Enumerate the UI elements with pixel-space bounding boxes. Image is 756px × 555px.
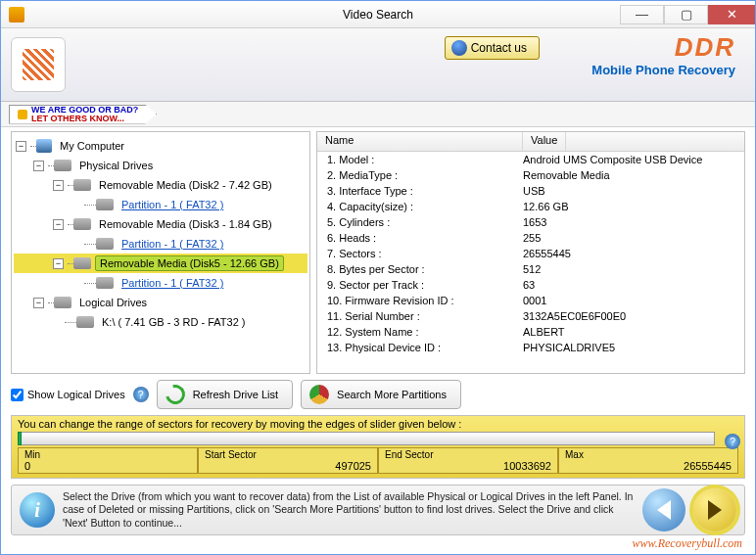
tree-physical[interactable]: Physical Drives [75, 159, 157, 172]
show-logical-checkbox[interactable]: Show Logical Drives [11, 389, 125, 401]
property-row[interactable]: 12. System Name :ALBERT [317, 324, 744, 340]
arrow-right-icon [708, 500, 722, 520]
prop-value: 12.66 GB [523, 201, 744, 212]
property-row[interactable]: 5. Cylinders :1653 [317, 214, 744, 230]
minimize-button[interactable]: — [620, 5, 664, 24]
back-button[interactable] [642, 488, 685, 532]
arrow-left-icon [657, 500, 671, 520]
brand: DDR Mobile Phone Recovery [591, 32, 735, 77]
prop-value: 63 [523, 279, 744, 291]
property-row[interactable]: 4. Capacity(size) :12.66 GB [317, 199, 744, 214]
drive-icon [76, 316, 94, 328]
sector-range-box: You can change the range of sectors for … [11, 415, 745, 479]
property-row[interactable]: 3. Interface Type :USB [317, 183, 744, 199]
col-name[interactable]: Name [317, 132, 523, 151]
maximize-button[interactable]: ▢ [664, 5, 708, 24]
prop-name: 4. Capacity(size) : [317, 201, 523, 212]
prop-value: 26555445 [523, 248, 744, 259]
contact-us-button[interactable]: Contact us [445, 36, 540, 60]
close-button[interactable]: ✕ [708, 5, 755, 24]
property-row[interactable]: 7. Sectors :26555445 [317, 246, 744, 261]
refresh-button[interactable]: Refresh Drive List [157, 380, 293, 409]
prop-name: 11. Serial Number : [317, 310, 523, 322]
expand-icon[interactable]: − [33, 298, 44, 308]
expand-icon[interactable]: − [53, 258, 64, 269]
next-button[interactable] [693, 488, 736, 532]
property-row[interactable]: 2. MediaType :Removable Media [317, 167, 744, 183]
prop-value: Removable Media [523, 169, 744, 181]
property-row[interactable]: 13. Physical Device ID :PHYSICALDRIVE5 [317, 340, 744, 355]
property-row[interactable]: 9. Sector per Track :63 [317, 277, 744, 293]
show-logical-label: Show Logical Drives [27, 389, 125, 400]
col-value[interactable]: Value [523, 132, 566, 151]
thumb-icon [18, 110, 27, 119]
tree-kdrive[interactable]: K:\ ( 7.41 GB - 3 RD - FAT32 ) [98, 315, 250, 329]
prop-value: 255 [523, 232, 744, 244]
help-icon[interactable]: ? [725, 434, 740, 449]
drive-tree[interactable]: −My Computer −Physical Drives −Removable… [11, 131, 310, 374]
tree-disk2-part[interactable]: Partition - 1 ( FAT32 ) [118, 198, 227, 211]
header: Contact us DDR Mobile Phone Recovery [1, 28, 755, 102]
properties-panel: Name Value 1. Model :Android UMS Composi… [316, 131, 745, 374]
watermark: www.Recoverybull.com [633, 536, 742, 551]
property-row[interactable]: 6. Heads :255 [317, 230, 744, 246]
info-icon: i [20, 492, 55, 528]
prop-value: Android UMS Composite USB Device [523, 154, 744, 165]
drive-icon [73, 179, 91, 191]
expand-icon[interactable]: − [53, 219, 64, 230]
drive-icon [96, 277, 114, 289]
sector-start: Start Sector497025 [198, 447, 378, 474]
property-row[interactable]: 8. Bytes per Sector :512 [317, 261, 744, 277]
refresh-icon [162, 381, 188, 407]
search-more-button[interactable]: Search More Partitions [301, 380, 461, 409]
tree-logical[interactable]: Logical Drives [75, 296, 151, 309]
prop-name: 6. Heads : [317, 232, 523, 244]
prop-value: 0001 [523, 295, 744, 306]
slider-title: You can change the range of sectors for … [18, 418, 738, 430]
property-row[interactable]: 1. Model :Android UMS Composite USB Devi… [317, 152, 744, 167]
drive-icon [73, 257, 91, 269]
prop-name: 12. System Name : [317, 326, 523, 338]
tree-disk3-part[interactable]: Partition - 1 ( FAT32 ) [118, 237, 227, 251]
app-icon [9, 7, 24, 23]
computer-icon [36, 139, 52, 153]
prop-value: USB [523, 185, 744, 197]
prop-name: 10. Firmware Revision ID : [317, 295, 523, 306]
prop-name: 13. Physical Device ID : [317, 342, 523, 353]
sector-end: End Sector10033692 [378, 447, 558, 474]
drive-icon [96, 238, 114, 250]
help-icon[interactable]: ? [133, 387, 149, 402]
expand-icon[interactable]: − [16, 141, 26, 152]
property-row[interactable]: 10. Firmware Revision ID :0001 [317, 293, 744, 308]
drive-icon [54, 297, 71, 308]
brand-name: DDR [591, 32, 735, 63]
tree-disk2[interactable]: Removable Media (Disk2 - 7.42 GB) [95, 178, 276, 192]
properties-list[interactable]: 1. Model :Android UMS Composite USB Devi… [317, 152, 744, 373]
prop-value: ALBERT [523, 326, 744, 338]
person-icon [451, 40, 467, 56]
search-more-label: Search More Partitions [337, 389, 447, 400]
prop-name: 5. Cylinders : [317, 216, 523, 228]
expand-icon[interactable]: − [53, 180, 64, 191]
contact-label: Contact us [471, 41, 527, 55]
expand-icon[interactable]: − [33, 161, 44, 171]
sector-slider[interactable] [18, 432, 715, 445]
tree-disk5-part[interactable]: Partition - 1 ( FAT32 ) [118, 276, 227, 290]
tree-disk5-selected[interactable]: Removable Media (Disk5 - 12.66 GB) [95, 255, 284, 271]
prop-value: 1653 [523, 216, 744, 228]
sector-max: Max26555445 [558, 447, 738, 474]
window-title: Video Search [343, 8, 413, 22]
prop-value: 3132A5EC0E6F00E0 [523, 310, 744, 322]
show-logical-input[interactable] [11, 389, 24, 401]
feedback-ribbon[interactable]: WE ARE GOOD OR BAD? LET OTHERS KNOW... [9, 105, 157, 124]
drive-icon [54, 160, 71, 171]
prop-name: 9. Sector per Track : [317, 279, 523, 291]
tree-root[interactable]: My Computer [56, 139, 128, 153]
drive-icon [96, 199, 114, 210]
property-row[interactable]: 11. Serial Number :3132A5EC0E6F00E0 [317, 308, 744, 324]
sector-min: Min0 [18, 447, 198, 474]
tree-disk3[interactable]: Removable Media (Disk3 - 1.84 GB) [95, 217, 276, 231]
pie-icon [309, 385, 329, 404]
feedback-row: WE ARE GOOD OR BAD? LET OTHERS KNOW... [1, 102, 755, 127]
prop-name: 3. Interface Type : [317, 185, 523, 197]
